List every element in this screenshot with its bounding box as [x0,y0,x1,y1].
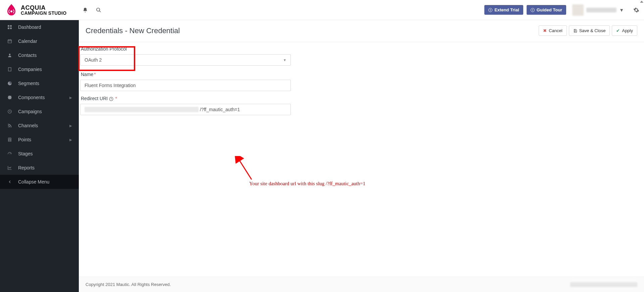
name-label: Name* [79,72,637,77]
auth-protocol-value: OAuth 2 [85,57,102,63]
calc-icon [7,137,13,142]
chart-icon [7,165,13,170]
sidebar-item-label: Contacts [18,53,72,58]
chevron-down-icon: ▼ [619,7,624,13]
chevron-left-icon [7,180,13,184]
sidebar-item-label: Segments [18,81,72,86]
dashboard-icon [7,25,13,29]
annotation-text: Your site dashboard url with this slug /… [249,181,365,187]
svg-rect-16 [8,68,11,71]
svg-point-27 [9,139,9,140]
annotation-arrow [235,156,255,183]
brand-logo[interactable]: ACQUIA CAMPAIGN STUDIO [5,3,66,17]
sidebar-item-label: Points [18,137,69,142]
cancel-button[interactable]: ✖ Cancel [539,25,567,36]
extend-trial-label: Extend Trial [494,7,519,12]
sidebar: DashboardCalendarContactsCompaniesSegmen… [0,20,79,292]
sidebar-item-label: Calendar [18,39,72,44]
guided-tour-button[interactable]: ? Guided Tour [527,5,566,15]
svg-rect-9 [8,27,9,29]
chevron-right-icon: ▶ [69,96,72,99]
main-content: Credentials - New Credential ✖ Cancel Sa… [79,20,644,292]
sidebar-item-dashboard[interactable]: Dashboard [0,20,79,34]
svg-text:?: ? [110,98,112,100]
notifications-icon[interactable] [83,7,88,13]
svg-text:?: ? [532,9,533,11]
user-icon [7,53,13,58]
sidebar-item-components[interactable]: Components▶ [0,90,79,104]
sidebar-item-points[interactable]: Points▶ [0,133,79,147]
svg-point-24 [8,127,9,127]
brand-text-bottom: CAMPAIGN STUDIO [21,11,66,15]
search-icon[interactable] [96,7,101,13]
sidebar-item-label: Channels [18,123,69,128]
name-input[interactable] [80,80,291,91]
svg-point-29 [9,140,9,141]
auth-protocol-select[interactable]: OAuth 2 ▼ [80,54,291,66]
apply-button[interactable]: ✔ Apply [612,25,637,36]
brand-text-top: ACQUIA [21,5,66,11]
svg-rect-8 [10,25,12,27]
logo-mark-icon [5,3,18,17]
chevron-right-icon: ▶ [69,124,72,128]
redirect-uri-input[interactable]: /?ff_mautic_auth=1 [80,104,291,115]
help-icon[interactable]: ? [109,96,114,101]
calendar-icon [7,39,13,44]
save-icon [573,29,577,33]
svg-point-0 [10,10,12,12]
svg-line-34 [239,159,252,179]
redirect-uri-label: Redirect URI ? * [79,96,637,101]
svg-text:?: ? [490,9,491,11]
sidebar-item-channels[interactable]: Channels▶ [0,119,79,133]
collapse-menu[interactable]: Collapse Menu [0,175,79,189]
clock-icon [7,109,13,114]
scroll-up-indicator [639,0,644,20]
gauge-icon [7,151,13,156]
svg-rect-10 [10,27,12,29]
svg-rect-11 [8,40,12,43]
redirect-uri-redacted [85,107,199,112]
chevron-down-icon: ▼ [283,58,286,62]
svg-rect-7 [8,25,9,27]
close-icon: ✖ [543,28,547,33]
save-close-button[interactable]: Save & Close [569,25,610,36]
sidebar-item-companies[interactable]: Companies [0,62,79,76]
user-menu[interactable]: ▼ [570,3,627,17]
redirect-uri-suffix: /?ff_mautic_auth=1 [200,107,240,112]
sidebar-item-label: Companies [18,67,72,72]
guided-tour-label: Guided Tour [537,7,562,12]
save-close-label: Save & Close [579,28,606,33]
footer-redacted [570,282,637,287]
sidebar-item-label: Components [18,95,69,100]
building-icon [7,67,13,72]
avatar [572,4,584,16]
sidebar-item-label: Campaigns [18,109,72,114]
question-icon: ? [531,8,535,12]
sidebar-item-label: Dashboard [18,24,72,30]
svg-line-2 [99,11,101,12]
sidebar-item-contacts[interactable]: Contacts [0,48,79,62]
svg-point-28 [10,139,10,140]
svg-point-15 [9,54,11,55]
sidebar-item-stages[interactable]: Stages [0,147,79,161]
page-header: Credentials - New Credential ✖ Cancel Sa… [79,20,644,42]
sidebar-item-segments[interactable]: Segments [0,76,79,90]
chevron-right-icon: ▶ [69,138,72,142]
collapse-label: Collapse Menu [18,179,72,185]
sidebar-item-calendar[interactable]: Calendar [0,34,79,48]
question-icon: ? [488,8,492,12]
rss-icon [7,123,13,128]
apply-label: Apply [622,28,633,33]
sidebar-item-label: Stages [18,151,72,156]
gear-icon[interactable] [633,7,639,13]
sidebar-item-reports[interactable]: Reports [0,161,79,175]
auth-protocol-label: Authorization Protocol [79,46,637,52]
puzzle-icon [7,95,13,100]
svg-line-31 [10,153,10,154]
svg-point-1 [97,8,100,11]
sidebar-item-campaigns[interactable]: Campaigns [0,104,79,119]
page-title: Credentials - New Credential [86,26,180,35]
cancel-label: Cancel [549,28,562,33]
check-icon: ✔ [616,28,620,33]
extend-trial-button[interactable]: ? Extend Trial [484,5,523,15]
